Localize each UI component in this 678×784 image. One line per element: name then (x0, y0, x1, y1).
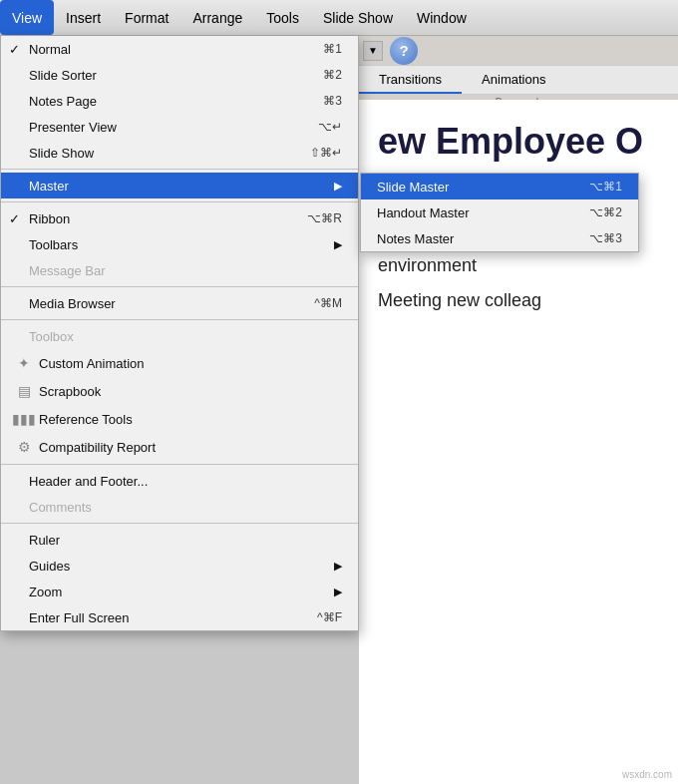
guides-arrow-icon: ▶ (334, 560, 342, 573)
menu-ruler[interactable]: Ruler (1, 527, 358, 553)
reference-tools-icon: ▮▮▮ (15, 410, 33, 428)
ribbon-tabs: Transitions Animations (359, 66, 678, 94)
menubar-view[interactable]: View (0, 0, 54, 35)
menu-custom-animation[interactable]: ✦ Custom Animation (1, 349, 358, 377)
tab-transitions[interactable]: Transitions (359, 66, 462, 94)
menubar-window[interactable]: Window (405, 0, 479, 35)
menu-reference-tools[interactable]: ▮▮▮ Reference Tools (1, 405, 358, 433)
menu-scrapbook[interactable]: ▤ Scrapbook (1, 377, 358, 405)
slide-show-shortcut: ⇧⌘↵ (310, 146, 342, 160)
zoom-arrow-icon: ▶ (334, 586, 342, 598)
menu-compatibility-report[interactable]: ⚙ Compatibility Report (1, 433, 358, 461)
menu-notes-page[interactable]: Notes Page ⌘3 (1, 88, 358, 114)
menubar-slideshow[interactable]: Slide Show (311, 0, 405, 35)
submenu-slide-master[interactable]: Slide Master ⌥⌘1 (361, 174, 638, 199)
submenu-handout-master[interactable]: Handout Master ⌥⌘2 (361, 199, 638, 225)
menu-ribbon[interactable]: Ribbon ⌥⌘R (1, 205, 358, 231)
master-submenu: Slide Master ⌥⌘1 Handout Master ⌥⌘2 Note… (360, 173, 639, 252)
slide-sorter-shortcut: ⌘2 (323, 68, 342, 82)
menu-master[interactable]: Master ▶ Slide Master ⌥⌘1 Handout Master… (1, 173, 358, 198)
slide-bullet-3: environment (378, 253, 654, 278)
presentation-area: P Presentation1 ▼ ? Transitions Animatio… (359, 0, 678, 784)
slide-bullet-4: Meeting new colleag (378, 288, 654, 313)
separator-4 (1, 319, 358, 320)
menu-zoom[interactable]: Zoom ▶ (1, 579, 358, 604)
menu-message-bar: Message Bar (1, 257, 358, 283)
separator-1 (1, 169, 358, 170)
separator-5 (1, 464, 358, 465)
normal-shortcut: ⌘1 (323, 42, 342, 56)
tab-animations[interactable]: Animations (462, 66, 565, 94)
menu-toolbars[interactable]: Toolbars ▶ (1, 231, 358, 257)
menubar-insert[interactable]: Insert (54, 0, 113, 35)
menubar-arrange[interactable]: Arrange (180, 0, 254, 35)
menu-media-browser[interactable]: Media Browser ^⌘M (1, 290, 358, 316)
ribbon-nav: ▼ ? (359, 36, 678, 66)
compatibility-report-icon: ⚙ (15, 438, 33, 456)
menu-toolbox-label: Toolbox (1, 323, 358, 349)
separator-6 (1, 523, 358, 524)
fullscreen-shortcut: ^⌘F (317, 610, 342, 624)
separator-2 (1, 201, 358, 202)
ribbon-nav-btn[interactable]: ▼ (363, 41, 383, 61)
menubar-format[interactable]: Format (113, 0, 180, 35)
slide-master-shortcut: ⌥⌘1 (589, 180, 622, 194)
slide-title: ew Employee O (378, 120, 654, 163)
custom-animation-icon: ✦ (15, 354, 33, 372)
view-dropdown-menu: Normal ⌘1 Slide Sorter ⌘2 Notes Page ⌘3 … (0, 36, 359, 631)
scrapbook-icon: ▤ (15, 382, 33, 400)
submenu-notes-master[interactable]: Notes Master ⌥⌘3 (361, 225, 638, 251)
menu-guides[interactable]: Guides ▶ (1, 553, 358, 579)
separator-3 (1, 286, 358, 287)
media-browser-shortcut: ^⌘M (314, 296, 342, 310)
menu-slide-sorter[interactable]: Slide Sorter ⌘2 (1, 62, 358, 88)
toolbars-arrow-icon: ▶ (334, 238, 342, 251)
ribbon-shortcut: ⌥⌘R (307, 211, 342, 225)
menu-normal[interactable]: Normal ⌘1 (1, 36, 358, 62)
menu-presenter-view[interactable]: Presenter View ⌥↵ (1, 114, 358, 140)
handout-master-shortcut: ⌥⌘2 (589, 205, 622, 219)
menubar-tools[interactable]: Tools (254, 0, 311, 35)
master-arrow-icon: ▶ (334, 180, 342, 193)
menu-fullscreen[interactable]: Enter Full Screen ^⌘F (1, 604, 358, 630)
presenter-view-shortcut: ⌥↵ (318, 120, 342, 134)
help-button[interactable]: ? (390, 37, 418, 65)
watermark: wsxdn.com (622, 769, 672, 780)
menubar: View Insert Format Arrange Tools Slide S… (0, 0, 678, 36)
menu-comments: Comments (1, 494, 358, 520)
menu-slide-show[interactable]: Slide Show ⇧⌘↵ (1, 140, 358, 166)
ribbon-tabs-row: Transitions Animations (359, 66, 678, 95)
menu-header-footer[interactable]: Header and Footer... (1, 468, 358, 494)
notes-page-shortcut: ⌘3 (323, 94, 342, 108)
notes-master-shortcut: ⌥⌘3 (589, 231, 622, 245)
